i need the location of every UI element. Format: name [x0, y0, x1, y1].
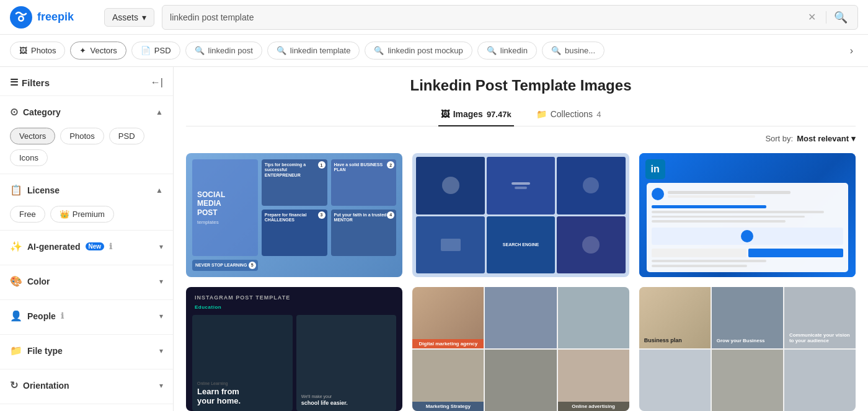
color-title: 🎨 Color — [10, 275, 50, 287]
card-instagram-learn[interactable]: INSTAGRAM POST TEMPLATE Education Online… — [186, 287, 402, 411]
card-people-photos[interactable]: Digital marketing agency Marketing Strat… — [412, 287, 629, 411]
license-chevron-icon: ▲ — [156, 186, 163, 195]
search-pill-icon-1: 🔍 — [195, 46, 205, 55]
filter-linkedin-post[interactable]: 🔍 linkedin post — [185, 42, 262, 60]
tag-photos[interactable]: Photos — [60, 128, 104, 144]
search-pill-icon-2: 🔍 — [277, 46, 286, 55]
collections-tab-icon: 📁 — [536, 109, 547, 119]
busine-label: busine... — [565, 46, 595, 55]
file-type-section: 📁 File type ▾ — [0, 334, 173, 369]
style-section: 🖌 Style ℹ ▾ — [0, 404, 173, 411]
filter-hamburger-icon: ☰ — [10, 77, 18, 88]
license-buttons: Free 👑 Premium — [10, 206, 163, 223]
images-tab-icon: 🖼 — [441, 109, 450, 119]
psd-icon: 📄 — [141, 46, 151, 55]
vectors-label: Vectors — [90, 46, 117, 55]
filter-bar: 🖼 Photos ✦ Vectors 📄 PSD 🔍 linkedin post… — [0, 35, 868, 67]
license-icon: 📋 — [10, 184, 22, 196]
tab-collections[interactable]: 📁 Collections 4 — [534, 104, 604, 126]
sidebar-title: ☰ Filters — [10, 77, 50, 88]
linkedin-post-label: linkedin post — [208, 46, 253, 55]
tag-icons[interactable]: Icons — [10, 149, 48, 166]
new-badge: New — [86, 242, 105, 250]
filter-linkedin[interactable]: 🔍 linkedin — [477, 42, 537, 60]
main-layout: ☰ Filters ←| ⊙ Category ▲ Vectors Photos… — [0, 67, 868, 411]
filter-vectors[interactable]: ✦ Vectors — [70, 42, 126, 60]
sidebar-header: ☰ Filters ←| — [0, 77, 173, 95]
filter-psd[interactable]: 📄 PSD — [131, 42, 180, 60]
license-title: 📋 License — [10, 184, 60, 196]
sidebar: ☰ Filters ←| ⊙ Category ▲ Vectors Photos… — [0, 67, 174, 411]
images-tab-label: Images — [453, 109, 483, 119]
people-section-header[interactable]: 👤 People ℹ ▾ — [10, 307, 163, 327]
vectors-icon: ✦ — [79, 46, 86, 55]
category-icon: ⊙ — [10, 106, 18, 118]
license-section-header[interactable]: 📋 License ▲ — [10, 182, 163, 201]
people-info-icon[interactable]: ℹ — [61, 311, 64, 320]
search-button[interactable]: 🔍 — [831, 8, 850, 27]
main-content: Linkedin Post Template Images 🖼 Images 9… — [174, 67, 868, 411]
file-type-chevron-icon: ▾ — [159, 347, 163, 355]
ai-generated-title: ✨ AI-generated New ℹ — [10, 241, 112, 252]
logo[interactable]: freepik — [10, 6, 97, 29]
file-type-title: 📁 File type — [10, 345, 63, 356]
color-icon: 🎨 — [10, 275, 22, 287]
people-icon: 👤 — [10, 310, 22, 322]
card-business-plan[interactable]: Business plan Grow your Business Communi… — [639, 287, 856, 411]
people-chevron-icon: ▾ — [159, 312, 163, 320]
filter-bar-next-icon[interactable]: › — [845, 43, 858, 59]
crown-icon: 👑 — [60, 210, 69, 219]
people-section: 👤 People ℹ ▾ — [0, 299, 173, 334]
filter-linkedin-mockup[interactable]: 🔍 linkedin post mockup — [365, 42, 472, 60]
assets-dropdown[interactable]: Assets ▾ — [104, 8, 154, 27]
linkedin-post-mockup-label: linkedin post mockup — [388, 46, 463, 55]
tab-images[interactable]: 🖼 Images 97.47k — [438, 104, 514, 126]
ai-info-icon[interactable]: ℹ — [109, 242, 112, 251]
color-chevron-icon: ▾ — [159, 277, 163, 286]
color-section-header[interactable]: 🎨 Color ▾ — [10, 273, 163, 292]
ai-icon: ✨ — [10, 241, 22, 252]
category-chevron-icon: ▲ — [156, 108, 163, 117]
file-type-header[interactable]: 📁 File type ▾ — [10, 342, 163, 361]
search-pill-icon-4: 🔍 — [487, 46, 497, 55]
search-pill-icon-5: 🔍 — [551, 46, 561, 55]
color-section: 🎨 Color ▾ — [0, 265, 173, 299]
page-title: Linkedin Post Template Images — [186, 77, 856, 94]
tag-psd[interactable]: PSD — [109, 128, 144, 144]
people-title: 👤 People ℹ — [10, 310, 64, 322]
category-section: ⊙ Category ▲ Vectors Photos PSD Icons — [0, 95, 173, 174]
category-section-header[interactable]: ⊙ Category ▲ — [10, 104, 163, 123]
search-input[interactable] — [170, 12, 808, 22]
ai-generated-header[interactable]: ✨ AI-generated New ℹ ▾ — [10, 238, 163, 257]
search-pill-icon-3: 🔍 — [374, 46, 384, 55]
orientation-header[interactable]: ↻ Orientation ▾ — [10, 377, 163, 396]
orientation-section: ↻ Orientation ▾ — [0, 369, 173, 404]
filter-linkedin-template[interactable]: 🔍 linkedin template — [267, 42, 360, 60]
card-linkedin-mockup[interactable]: in — [639, 153, 856, 277]
tag-vectors[interactable]: Vectors — [10, 128, 55, 144]
license-free-button[interactable]: Free — [10, 206, 45, 223]
sort-row: Sort by: Most relevant ▾ — [186, 134, 856, 143]
filter-photos[interactable]: 🖼 Photos — [10, 42, 65, 60]
orientation-icon: ↻ — [10, 379, 18, 391]
sort-label: Sort by: — [765, 134, 793, 143]
header: freepik Assets ▾ ✕ 🔍 — [0, 0, 868, 35]
file-type-icon: 📁 — [10, 345, 22, 356]
license-section: 📋 License ▲ Free 👑 Premium — [0, 174, 173, 230]
image-grid: SOCIALMEDIAPOST templates 1 Tips for bec… — [186, 153, 856, 411]
license-premium-button[interactable]: 👑 Premium — [50, 206, 114, 223]
images-tab-count: 97.47k — [487, 110, 512, 119]
filter-busine[interactable]: 🔍 busine... — [542, 42, 604, 60]
card-social-media-post[interactable]: SOCIALMEDIAPOST templates 1 Tips for bec… — [186, 153, 402, 277]
collections-tab-label: Collections — [551, 109, 593, 119]
ai-chevron-icon: ▾ — [159, 242, 163, 251]
sort-chevron-icon: ▾ — [851, 134, 856, 143]
linkedin-template-label: linkedin template — [290, 46, 351, 55]
card-social-grid[interactable]: SEARCH ENGINE — [412, 153, 629, 277]
category-tags: Vectors Photos PSD Icons — [10, 128, 163, 166]
photo-icon: 🖼 — [19, 46, 27, 55]
search-clear-icon[interactable]: ✕ — [808, 11, 816, 23]
sort-value: Most relevant — [797, 134, 849, 143]
sort-select[interactable]: Most relevant ▾ — [797, 134, 856, 143]
sidebar-collapse-button[interactable]: ←| — [151, 77, 163, 88]
